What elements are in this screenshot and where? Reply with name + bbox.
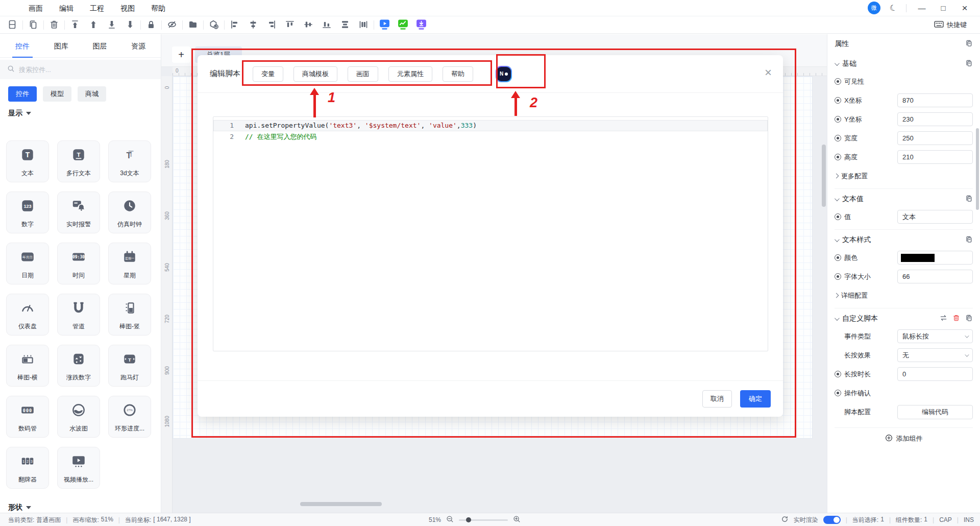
toolbar-send-back-button[interactable] [103,18,121,32]
widget-card-ring[interactable]: 27%环形进度... [108,396,151,438]
code-line[interactable]: 2// 在这里写入您的代码 [213,131,768,142]
widget-card-bar-h[interactable]: 棒图-横 [6,345,49,387]
zoom-slider-thumb[interactable] [466,517,471,522]
widget-card-clock[interactable]: 仿真时钟 [108,192,151,233]
toolbar-distribute-v-button[interactable] [336,18,354,32]
copy-icon[interactable] [965,59,973,68]
code-editor[interactable]: 1api.setPropertyValue('text3', '$system/… [213,116,768,351]
widget-card-bar-v[interactable]: 棒图-竖 [108,294,151,336]
canvas-vertical-scrollbar[interactable] [822,145,826,207]
dialog-toolbar-button-4[interactable]: 帮助 [443,66,473,82]
sidebar-tab-3[interactable]: 资源 [129,34,148,58]
widget-card-digital[interactable]: 000数码管 [6,396,49,438]
section-shape[interactable]: 形状 [8,503,31,512]
edit-code-button[interactable]: 编辑代码 [897,405,973,419]
toolbar-preview-button[interactable] [375,18,394,32]
toolbar-align-center-v-button[interactable] [244,18,262,32]
property-input-长按时长[interactable] [897,367,973,381]
swap-icon[interactable] [940,314,947,323]
add-page-button[interactable]: + [172,46,190,63]
widget-card-updown[interactable]: 涨跌数字 [57,345,100,387]
toolbar-export-button[interactable] [412,18,430,32]
copy-icon[interactable] [965,314,973,323]
toolbar-copy-button[interactable] [24,18,42,32]
section-header-2[interactable]: 文本样式 [835,232,973,248]
property-input-字体大小[interactable] [897,270,973,283]
widget-card-water[interactable]: 水波图 [57,396,100,438]
property-select[interactable]: 鼠标长按 [897,329,973,343]
refresh-icon[interactable] [781,515,789,524]
section-header-3[interactable]: 自定义脚本 [835,310,973,327]
section-display[interactable]: 显示 [8,109,31,118]
close-window-button[interactable]: × [959,3,971,14]
widget-card-alarm[interactable]: 实时报警 [57,192,100,233]
property-input-宽度[interactable] [897,131,973,145]
sidebar-tab-1[interactable]: 图库 [52,34,70,58]
menu-item-4[interactable]: 帮助 [143,0,174,16]
dark-mode-icon[interactable]: ☾ [888,2,898,14]
widget-card-text3d[interactable]: TT3d文本 [108,140,151,182]
cancel-button[interactable]: 取消 [702,390,732,408]
property-input-值[interactable] [897,210,973,224]
code-line[interactable]: 1api.setPropertyValue('text3', '$system/… [213,120,768,131]
maximize-button[interactable]: □ [937,4,949,12]
widget-card-pipe[interactable]: 管道 [57,294,100,336]
dialog-toolbar-button-3[interactable]: 元素属性 [388,66,432,82]
trash-icon[interactable] [952,314,960,323]
toolbar-move-down-button[interactable] [121,18,139,32]
toolbar-align-bottom-button[interactable] [317,18,336,32]
toolbar-align-top-button[interactable] [281,18,299,32]
toolbar-align-left-button[interactable] [226,18,244,32]
widget-card-marquee[interactable]: T跑马灯 [108,345,151,387]
toolbar-move-up-button[interactable] [84,18,103,32]
toolbar-align-middle-h-button[interactable] [299,18,317,32]
zoom-slider[interactable] [459,519,508,521]
widget-card-week[interactable]: 星期一星期 [108,243,151,284]
toolbar-lock-button[interactable] [142,18,160,32]
confirm-button[interactable]: 确定 [740,390,771,408]
menu-item-3[interactable]: 视图 [112,0,143,16]
widget-card-gauge[interactable]: 仪表盘 [6,294,49,336]
toolbar-eye-off-button[interactable] [163,18,181,32]
live-render-toggle[interactable] [823,516,841,524]
widget-card-video[interactable]: 视频播放... [57,447,100,489]
copy-icon[interactable] [965,195,973,204]
zoom-out-icon[interactable] [446,515,454,524]
sidebar-tab-2[interactable]: 图层 [90,34,109,58]
canvas-horizontal-scrollbar[interactable] [300,502,382,506]
toolbar-trash-button[interactable] [45,18,63,32]
toolbar-component-add-button[interactable] [205,18,223,32]
dialog-toolbar-button-0[interactable]: 变量 [253,66,283,82]
widget-card-text[interactable]: T文本 [6,140,49,182]
menu-item-2[interactable]: 工程 [82,0,112,16]
toolbar-align-right-button[interactable] [262,18,281,32]
color-picker[interactable] [897,251,973,265]
toolbar-file-button[interactable] [3,18,21,32]
shortcut-keys-button[interactable]: 快捷键 [934,20,980,30]
toolbar-distribute-h-button[interactable] [354,18,373,32]
add-component-button[interactable]: 添加组件 [835,427,973,449]
filter-chip-0[interactable]: 控件 [8,86,37,102]
property-select[interactable]: 无 [897,348,973,362]
widget-card-time[interactable]: 09:30时间 [57,243,100,284]
widget-card-date[interactable]: 年月日日期 [6,243,49,284]
toolbar-chart-button[interactable] [394,18,412,32]
minimize-button[interactable]: — [916,4,928,12]
zoom-in-icon[interactable] [513,515,521,524]
sidebar-tab-0[interactable]: 控件 [13,34,32,58]
menu-item-0[interactable]: 画面 [20,0,51,16]
ai-assistant-icon[interactable]: N [494,64,514,84]
dialog-close-icon[interactable]: × [765,66,772,79]
section-header-0[interactable]: 基础 [835,56,973,72]
property-input-Y坐标[interactable] [897,112,973,126]
filter-chip-2[interactable]: 商城 [78,86,106,102]
property-input-高度[interactable] [897,150,973,164]
filter-chip-1[interactable]: 模型 [43,86,71,102]
menu-item-1[interactable]: 编辑 [51,0,82,16]
property-input-X坐标[interactable] [897,93,973,107]
user-avatar[interactable]: 微 [868,2,880,14]
toolbar-bring-front-button[interactable] [66,18,84,32]
copy-icon[interactable] [965,39,973,49]
panel-scrollbar[interactable] [976,128,979,210]
widget-card-multitext[interactable]: T多行文本 [57,140,100,182]
